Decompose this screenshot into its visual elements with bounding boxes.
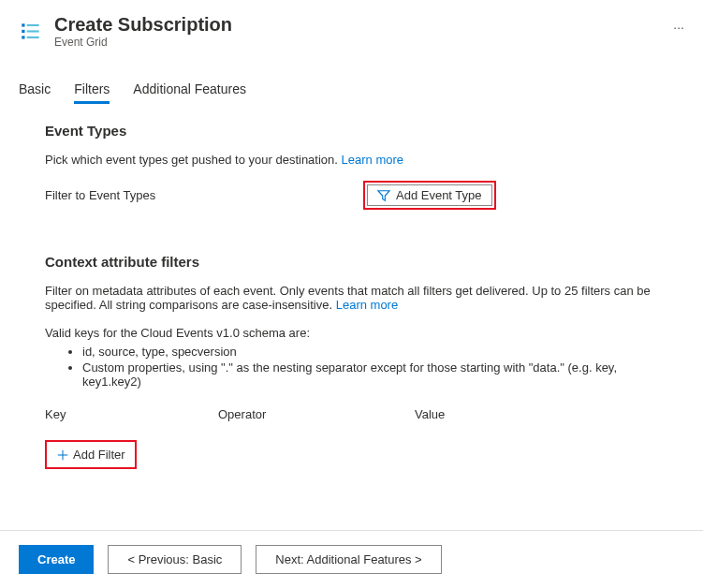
valid-keys-list: id, source, type, specversion Custom pro…: [45, 345, 658, 389]
filter-event-types-label: Filter to Event Types: [45, 188, 363, 202]
previous-button[interactable]: < Previous: Basic: [108, 545, 242, 574]
filter-event-types-row: Filter to Event Types Add Event Type: [45, 181, 658, 210]
tab-filters[interactable]: Filters: [74, 77, 110, 104]
svg-rect-0: [22, 23, 24, 26]
content-area: Event Types Pick which event types get p…: [0, 104, 703, 488]
context-filters-title: Context attribute filters: [45, 254, 658, 270]
highlight-add-event-type: Add Event Type: [363, 181, 496, 210]
tab-additional-features[interactable]: Additional Features: [133, 77, 246, 104]
event-types-learn-more-link[interactable]: Learn more: [342, 153, 403, 167]
header-text-block: Create Subscription Event Grid: [54, 14, 643, 49]
add-filter-button[interactable]: Add Filter: [49, 444, 133, 465]
svg-rect-5: [27, 36, 39, 37]
more-menu-icon[interactable]: ···: [673, 20, 684, 35]
event-types-title: Event Types: [45, 123, 658, 139]
svg-rect-4: [27, 30, 39, 32]
next-button[interactable]: Next: Additional Features >: [256, 545, 441, 574]
add-event-type-button[interactable]: Add Event Type: [367, 184, 492, 206]
filter-icon: [377, 189, 390, 202]
subscription-icon: [19, 20, 43, 44]
page-title: Create Subscription: [54, 14, 643, 36]
add-event-type-label: Add Event Type: [396, 188, 482, 202]
page-subtitle: Event Grid: [54, 36, 643, 49]
valid-key-item: Custom properties, using "." as the nest…: [82, 360, 658, 389]
page-header: Create Subscription Event Grid ···: [0, 0, 703, 58]
tab-bar: Basic Filters Additional Features: [0, 77, 703, 104]
context-filters-description: Filter on metadata attributes of each ev…: [45, 284, 658, 312]
svg-rect-3: [27, 23, 39, 25]
highlight-add-filter: Add Filter: [45, 440, 137, 469]
add-filter-label: Add Filter: [73, 448, 125, 462]
svg-rect-1: [22, 29, 24, 32]
valid-key-item: id, source, type, specversion: [82, 345, 658, 359]
column-value-label: Value: [415, 407, 658, 421]
valid-keys-intro: Valid keys for the Cloud Events v1.0 sch…: [45, 326, 658, 340]
context-filters-learn-more-link[interactable]: Learn more: [336, 298, 398, 312]
tab-basic[interactable]: Basic: [19, 77, 51, 104]
filter-table-header: Key Operator Value: [45, 407, 658, 421]
footer-bar: Create < Previous: Basic Next: Additiona…: [0, 530, 703, 588]
svg-rect-2: [22, 36, 24, 38]
column-operator-label: Operator: [218, 407, 415, 421]
create-button[interactable]: Create: [19, 545, 94, 574]
plus-icon: [56, 448, 69, 462]
event-types-description: Pick which event types get pushed to you…: [45, 153, 658, 167]
event-types-desc-text: Pick which event types get pushed to you…: [45, 153, 342, 167]
column-key-label: Key: [45, 407, 218, 421]
